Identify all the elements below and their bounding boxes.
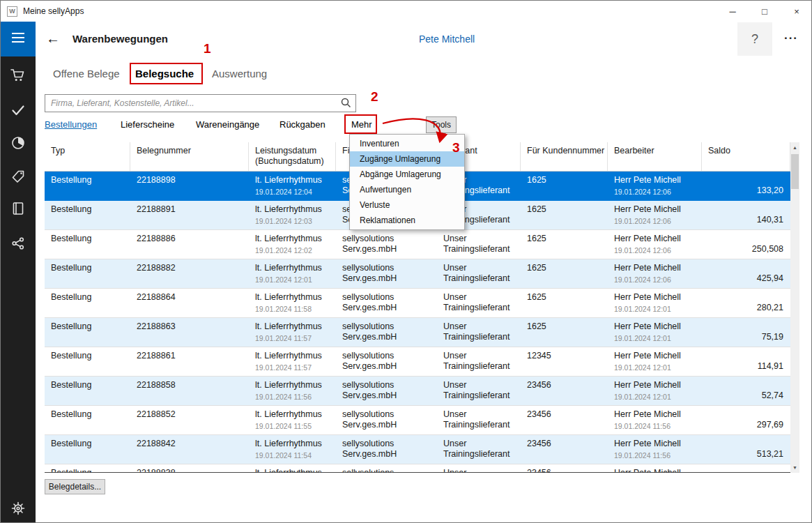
mehr-dropdown-menu: InventurenZugänge UmlagerungAbgänge Umla… [349, 134, 465, 230]
more-options-button[interactable]: ··· [784, 31, 798, 45]
cell-firma: sellysolutions [336, 464, 437, 473]
table-row[interactable]: Bestellung 22188838 lt. Lieferrhythmus s… [45, 464, 790, 473]
column-header[interactable]: Für Kundennummer [521, 142, 608, 171]
gear-icon [10, 501, 26, 519]
table-row[interactable]: Bestellung 22188852 lt. Lieferrhythmus19… [45, 406, 790, 435]
sidebar-item-cart[interactable] [1, 65, 36, 89]
cell-kundennummer: 23456 [521, 435, 608, 464]
cell-firma: sellysolutionsServ.ges.mbH [336, 406, 437, 434]
cell-leistungsdatum: lt. Lieferrhythmus19.01.2024 11:56 [249, 377, 336, 405]
cell-belegnummer: 22188898 [130, 172, 249, 200]
scroll-down-icon[interactable]: ▼ [790, 462, 799, 473]
cell-belegnummer: 22188891 [130, 201, 249, 229]
sidebar [1, 22, 36, 523]
sidebar-item-share[interactable] [1, 233, 36, 257]
table-row[interactable]: Bestellung 22188882 lt. Lieferrhythmus19… [45, 259, 790, 289]
menu-item[interactable]: Inventuren [350, 136, 464, 151]
tab-auswertung[interactable]: Auswertung [212, 68, 267, 79]
sidebar-item-pie[interactable] [1, 132, 36, 156]
cell-leistungsdatum: lt. Lieferrhythmus19.01.2024 12:01 [249, 259, 336, 288]
subtab-wareneingaenge[interactable]: Wareneingänge [196, 119, 259, 130]
cell-belegnummer: 22188838 [130, 464, 249, 473]
cell-belegnummer: 22188864 [130, 289, 249, 317]
cell-typ: Bestellung [45, 289, 130, 317]
cell-lieferant: UnserTrainingslieferant [437, 435, 521, 464]
subtab-bestellungen[interactable]: Bestellungen [45, 119, 97, 130]
subtab-lieferscheine[interactable]: Lieferscheine [121, 119, 174, 130]
cell-saldo [702, 464, 790, 473]
cell-typ: Bestellung [45, 347, 130, 376]
scrollbar-thumb[interactable] [791, 154, 799, 189]
hamburger-menu-button[interactable] [1, 22, 36, 56]
tab-offene-belege[interactable]: Offene Belege [53, 68, 120, 79]
cell-leistungsdatum: lt. Lieferrhythmus19.01.2024 12:02 [249, 230, 336, 259]
close-button[interactable]: × [781, 1, 812, 22]
book-icon [12, 202, 24, 218]
help-button[interactable]: ? [737, 22, 772, 56]
cell-kundennummer: 12345 [521, 347, 608, 376]
cell-bearbeiter: Herr Pete Michell [608, 464, 702, 473]
search-icon[interactable] [341, 98, 351, 111]
menu-item[interactable]: Abgänge Umlagerung [350, 167, 464, 182]
hamburger-icon [11, 32, 25, 46]
column-header[interactable]: Saldo [702, 142, 790, 171]
column-header[interactable]: Bearbeiter [608, 142, 702, 171]
cell-typ: Bestellung [45, 318, 130, 347]
table-row[interactable]: Bestellung 22188863 lt. Lieferrhythmus19… [45, 318, 790, 347]
cell-leistungsdatum: lt. Lieferrhythmus19.01.2024 12:03 [249, 201, 336, 229]
belegdetails-button[interactable]: Belegdetails... [45, 479, 105, 494]
cell-firma: sellysolutionsServ.ges.mbH [336, 435, 437, 464]
table-row[interactable]: Bestellung 22188864 lt. Lieferrhythmus19… [45, 289, 790, 318]
sidebar-item-settings[interactable] [1, 498, 36, 522]
cell-kundennummer: 1625 [521, 201, 608, 229]
column-header[interactable]: Typ [45, 142, 130, 171]
cell-saldo: 297,69 [702, 406, 790, 434]
tab-belegsuche[interactable]: Belegsuche [135, 68, 194, 79]
menu-item[interactable]: Aufwertungen [350, 182, 464, 197]
minimize-button[interactable]: ─ [717, 1, 749, 22]
cell-typ: Bestellung [45, 406, 130, 434]
sidebar-item-tag[interactable] [1, 166, 36, 190]
cell-typ: Bestellung [45, 377, 130, 405]
subtab-mehr[interactable]: Mehr [351, 119, 372, 130]
cell-bearbeiter: Herr Pete Michell19.01.2024 12:06 [608, 201, 702, 229]
cell-leistungsdatum: lt. Lieferrhythmus19.01.2024 11:58 [249, 289, 336, 317]
back-button[interactable]: ← [43, 29, 63, 47]
cell-lieferant: Unser [437, 464, 521, 473]
table-row[interactable]: Bestellung 22188886 lt. Lieferrhythmus19… [45, 230, 790, 259]
cell-belegnummer: 22188842 [130, 435, 249, 464]
menu-item[interactable]: Reklamationen [350, 213, 464, 228]
cell-leistungsdatum: lt. Lieferrhythmus19.01.2024 11:55 [249, 406, 336, 434]
cell-kundennummer: 23456 [521, 377, 608, 405]
cell-typ: Bestellung [45, 230, 130, 259]
column-header[interactable]: Belegnummer [130, 142, 249, 171]
menu-item[interactable]: Verluste [350, 197, 464, 213]
vertical-scrollbar[interactable]: ▲ ▼ [790, 142, 799, 473]
cell-belegnummer: 22188882 [130, 259, 249, 288]
table-row[interactable]: Bestellung 22188858 lt. Lieferrhythmus19… [45, 377, 790, 406]
cell-saldo: 280,21 [702, 289, 790, 317]
cell-saldo: 513,21 [702, 435, 790, 464]
table-row[interactable]: Bestellung 22188861 lt. Lieferrhythmus19… [45, 347, 790, 377]
column-header[interactable]: Leistungsdatum(Buchungsdatum) [249, 142, 336, 171]
cell-belegnummer: 22188858 [130, 377, 249, 405]
cell-leistungsdatum: lt. Lieferrhythmus19.01.2024 11:57 [249, 347, 336, 376]
cell-typ: Bestellung [45, 201, 130, 229]
title-bar: W Meine sellyApps ─ □ × [1, 1, 812, 22]
cell-bearbeiter: Herr Pete Michell19.01.2024 12:01 [608, 289, 702, 317]
sidebar-item-book[interactable] [1, 198, 36, 222]
cell-saldo: 425,94 [702, 259, 790, 288]
cell-lieferant: UnserTrainingslieferant [437, 318, 521, 347]
cell-lieferant: UnserTrainingslieferant [437, 406, 521, 434]
scroll-up-icon[interactable]: ▲ [790, 142, 799, 153]
cell-kundennummer: 23456 [521, 406, 608, 434]
menu-item[interactable]: Zugänge Umlagerung [350, 151, 464, 167]
sidebar-item-check[interactable] [1, 100, 36, 123]
table-row[interactable]: Bestellung 22188842 lt. Lieferrhythmus19… [45, 435, 790, 464]
cell-bearbeiter: Herr Pete Michell19.01.2024 12:01 [608, 347, 702, 376]
search-input[interactable] [45, 94, 356, 112]
tools-button[interactable]: Tools [426, 116, 457, 133]
maximize-button[interactable]: □ [749, 1, 781, 22]
subtab-rueckgaben[interactable]: Rückgaben [279, 119, 325, 130]
annotation-step-1: 1 [204, 41, 211, 56]
